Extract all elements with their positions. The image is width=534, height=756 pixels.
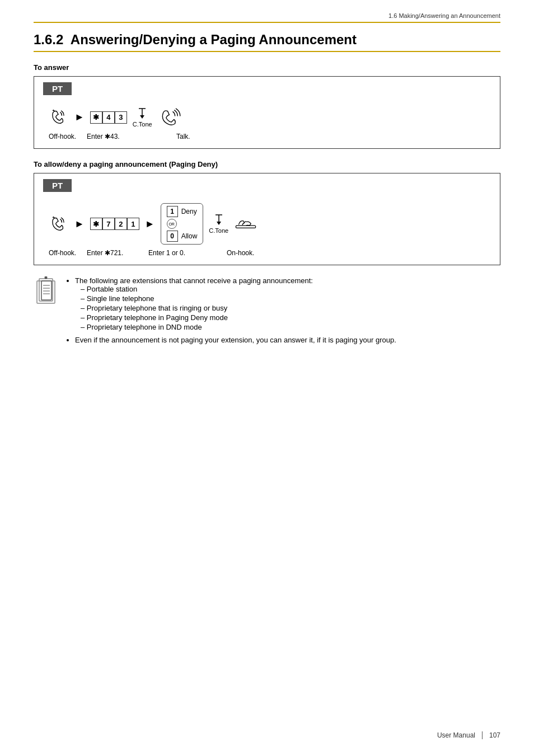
key-star-answer: ✱: [90, 111, 102, 124]
allow-row: 0 Allow: [167, 231, 198, 242]
key-2: 2: [115, 218, 127, 230]
label-enter721: Enter ✱721.: [87, 249, 148, 257]
header-section-ref: 1.6 Making/Answering an Announcement: [388, 12, 500, 19]
key-1: 1: [127, 218, 139, 230]
sub-list: Portable station Single line telephone P…: [75, 285, 500, 331]
deny-label: Deny: [181, 208, 197, 215]
key-7: 7: [102, 218, 115, 230]
svg-rect-13: [41, 281, 51, 300]
arrow-1: ►: [74, 111, 85, 123]
svg-rect-10: [236, 226, 256, 228]
key-star-deny: ✱: [90, 218, 102, 230]
page-container: 1.6 Making/Answering an Announcement 1.6…: [0, 0, 534, 756]
to-allow-deny-label: To allow/deny a paging announcement (Pag…: [34, 160, 500, 168]
arrow-2: ►: [74, 218, 85, 230]
pt-label-deny: PT: [43, 179, 72, 192]
onhook-icon: [234, 215, 257, 233]
ctone-label-deny: C.Tone: [209, 227, 228, 234]
allow-key: 0: [167, 231, 178, 242]
to-allow-deny-diagram: PT ► ✱ 7: [34, 173, 500, 265]
key-group-721: ✱ 7 2 1: [90, 218, 139, 230]
notes-list: The following are extensions that cannot…: [66, 276, 500, 344]
svg-marker-3: [140, 115, 144, 119]
offhook-phone-icon: [49, 108, 69, 126]
section-title: 1.6.2 Answering/Denying a Paging Announc…: [34, 32, 500, 52]
sub-item-4: Proprietary telephone in Paging Deny mod…: [81, 313, 500, 322]
to-answer-label: To answer: [34, 63, 500, 72]
arrow-3: ►: [145, 218, 155, 230]
note-bullet2: Even if the announcement is not paging y…: [75, 336, 500, 344]
label-enter10: Enter 1 or 0.: [148, 249, 199, 257]
label-offhook-answer: Off-hook.: [49, 133, 78, 140]
sub-item-5: Proprietary telephone in DND mode: [81, 323, 500, 331]
header-line: 1.6 Making/Answering an Announcement: [34, 11, 500, 23]
label-offhook-deny: Off-hook.: [49, 249, 78, 257]
key-group-43: ✱ 4 3: [90, 111, 127, 124]
offhook-phone-icon-2: [49, 215, 69, 233]
label-onhook: On-hook.: [227, 249, 254, 257]
ctone-answer: C.Tone: [133, 107, 152, 128]
deny-label-row: Off-hook. Enter ✱721. Enter 1 or 0. On-h…: [43, 249, 491, 257]
key-3: 3: [115, 111, 127, 124]
footer-label: User Manual: [437, 731, 475, 739]
page-footer: User Manual 107: [437, 731, 500, 739]
note-bullet1: The following are extensions that cannot…: [75, 276, 500, 331]
footer-page-number: 107: [489, 731, 500, 739]
label-talk: Talk.: [176, 133, 190, 140]
answer-diagram-row: ► ✱ 4 3 C.Tone: [43, 103, 491, 132]
deny-key: 1: [167, 206, 178, 217]
key-4: 4: [102, 111, 115, 124]
svg-marker-8: [217, 222, 221, 225]
notes-content: The following are extensions that cannot…: [66, 276, 500, 349]
deny-diagram-row: ► ✱ 7 2 1 ► 1: [43, 200, 491, 248]
talk-icon: [158, 106, 186, 128]
ctone-deny: C.Tone: [209, 214, 228, 234]
label-enter43: Enter ✱43.: [87, 133, 143, 140]
note-icon: [34, 276, 58, 307]
pt-label-answer: PT: [43, 82, 72, 95]
allow-label: Allow: [181, 232, 198, 240]
footer-divider: [482, 731, 483, 739]
sub-item-2: Single line telephone: [81, 294, 500, 303]
ctone-label-answer: C.Tone: [133, 121, 152, 128]
deny-row: 1 Deny: [167, 206, 197, 217]
to-answer-diagram: PT ► ✱: [34, 76, 500, 149]
section-number: 1.6.2: [34, 32, 63, 47]
or-circle: OR: [167, 219, 177, 229]
deny-allow-box: 1 Deny OR 0 Allow: [161, 203, 204, 245]
notes-section: The following are extensions that cannot…: [34, 276, 500, 349]
sub-item-1: Portable station: [81, 285, 500, 293]
answer-label-row: Off-hook. Enter ✱43. Talk.: [43, 133, 491, 140]
sub-item-3: Proprietary telephone that is ringing or…: [81, 304, 500, 312]
section-heading: Answering/Denying a Paging Announcement: [71, 32, 357, 47]
